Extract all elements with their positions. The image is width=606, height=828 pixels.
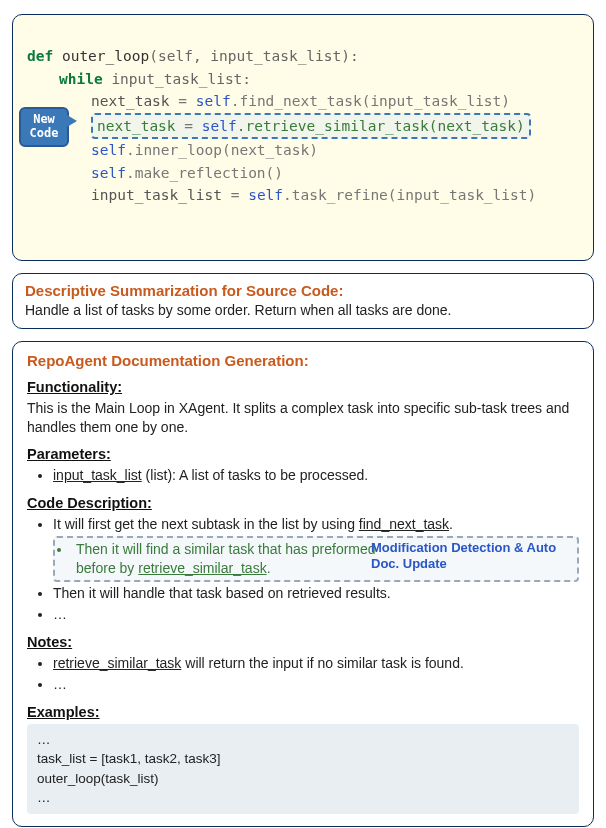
modification-label: Modification Detection & Auto Doc. Updat… xyxy=(371,540,571,571)
notes-list: retrieve_similar_task will return the in… xyxy=(27,654,579,694)
l7-call: .task_refine(input_task_list) xyxy=(283,187,536,203)
code-description-list: It will first get the next subtask in th… xyxy=(27,515,579,623)
highlighted-new-line: next_task = self.retrieve_similar_task(n… xyxy=(91,113,531,139)
l4-call: .retrieve_similar_task(next_task) xyxy=(237,118,525,134)
l6-call: .make_reflection() xyxy=(126,165,283,181)
code-desc-item: Then it will handle that task based on r… xyxy=(53,584,579,603)
code-panel: def outer_loop(self, input_task_list): w… xyxy=(12,14,594,261)
param-rest: (list): A list of tasks to be processed. xyxy=(142,467,368,483)
l3-lhs: next_task xyxy=(91,93,178,109)
example-line: task_list = [task1, task2, task3] xyxy=(37,749,569,769)
doc-panel: RepoAgent Documentation Generation: Func… xyxy=(12,341,594,827)
example-line: outer_loop(task_list) xyxy=(37,769,569,789)
summarization-title: Descriptive Summarization for Source Cod… xyxy=(25,282,581,299)
l3-eq: = xyxy=(178,93,195,109)
l6-self: self xyxy=(91,165,126,181)
notes-u: retrieve_similar_task xyxy=(53,655,181,671)
l3-call: .find_next_task(input_task_list) xyxy=(231,93,510,109)
l7-eq: = xyxy=(231,187,248,203)
cd-post: . xyxy=(449,516,453,532)
l4-lhs: next_task xyxy=(97,118,184,134)
parameters-head: Parameters: xyxy=(27,446,579,462)
parameter-item: input_task_list (list): A list of tasks … xyxy=(53,466,579,485)
cd-u: find_next_task xyxy=(359,516,449,532)
fn-params: (self, input_task_list): xyxy=(149,48,359,64)
l7-lhs: input_task_list xyxy=(91,187,231,203)
example-box: … task_list = [task1, task2, task3] oute… xyxy=(27,724,579,814)
param-name: input_task_list xyxy=(53,467,142,483)
code-desc-modified-item: Then it will find a similar task that ha… xyxy=(53,536,579,582)
example-line: … xyxy=(37,730,569,750)
functionality-text: This is the Main Loop in XAgent. It spli… xyxy=(27,399,579,437)
new-code-badge: New Code xyxy=(19,107,69,147)
fn-name: outer_loop xyxy=(62,48,149,64)
l3-self: self xyxy=(196,93,231,109)
l5-call: .inner_loop(next_task) xyxy=(126,142,318,158)
functionality-head: Functionality: xyxy=(27,379,579,395)
summarization-text: Handle a list of tasks by some order. Re… xyxy=(25,302,581,318)
mod-u: retrieve_similar_task xyxy=(138,560,266,576)
summarization-panel: Descriptive Summarization for Source Cod… xyxy=(12,273,594,329)
notes-item: retrieve_similar_task will return the in… xyxy=(53,654,579,673)
cd-pre: It will first get the next subtask in th… xyxy=(53,516,359,532)
code-desc-item: It will first get the next subtask in th… xyxy=(53,515,579,534)
code-description-head: Code Description: xyxy=(27,495,579,511)
parameters-list: input_task_list (list): A list of tasks … xyxy=(27,466,579,485)
notes-rest: will return the input if no similar task… xyxy=(181,655,463,671)
mod-post: . xyxy=(267,560,271,576)
while-cond: input_task_list: xyxy=(111,71,251,87)
examples-head: Examples: xyxy=(27,704,579,720)
example-line: … xyxy=(37,788,569,808)
doc-title: RepoAgent Documentation Generation: xyxy=(27,352,579,369)
l4-eq: = xyxy=(184,118,201,134)
notes-ellipsis: … xyxy=(53,675,579,694)
l4-self: self xyxy=(202,118,237,134)
code-desc-ellipsis: … xyxy=(53,605,579,624)
notes-head: Notes: xyxy=(27,634,579,650)
l7-self: self xyxy=(248,187,283,203)
kw-while: while xyxy=(59,71,111,87)
l5-self: self xyxy=(91,142,126,158)
kw-def: def xyxy=(27,48,62,64)
